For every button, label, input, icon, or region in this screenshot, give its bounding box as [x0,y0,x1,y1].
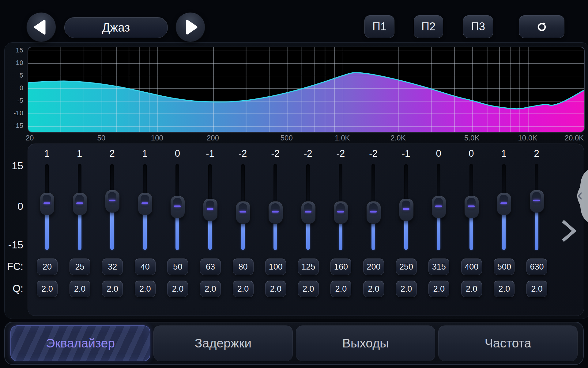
band-q-button[interactable]: 2.0 [330,281,351,297]
tab-delays[interactable]: Задержки [153,325,293,361]
band-fc-value: 32 [108,262,117,272]
band-q-button[interactable]: 2.0 [135,281,156,297]
eq-response-curve [28,47,584,132]
band-q-button[interactable]: 2.0 [363,281,384,297]
y-tick-label: -10 [0,109,23,117]
band-gain-value: -1 [200,148,220,159]
band-q-button[interactable]: 2.0 [494,281,514,297]
slider-thumb[interactable] [268,201,283,224]
slider-thumb[interactable] [497,193,511,215]
band-gain-slider[interactable] [265,162,285,251]
preset-slot-1-button[interactable]: П1 [364,15,394,38]
band-fc-button[interactable]: 500 [494,259,514,275]
slider-thumb[interactable] [170,196,185,218]
band-fc-button[interactable]: 315 [428,259,449,275]
band-gain-slider[interactable] [200,162,220,251]
preset-prev-button[interactable] [26,12,56,42]
band-gain-value: 0 [167,148,187,159]
slider-thumb[interactable] [40,193,55,215]
slider-thumb[interactable] [301,201,316,224]
slider-thumb-inset [239,203,247,217]
slider-thumb[interactable] [530,190,544,213]
band-fc-button[interactable]: 63 [200,259,221,275]
preset-slot-3-button[interactable]: П3 [463,15,493,38]
band-gain-slider[interactable] [102,162,122,251]
band-gain-slider[interactable] [494,162,514,251]
band-fc-button[interactable]: 630 [526,259,547,275]
slider-thumb[interactable] [432,196,446,218]
band-gain-slider[interactable] [298,162,318,251]
preset-name-label: Джаз [102,21,130,34]
slider-thumb[interactable] [366,201,381,224]
band-fc-value: 250 [399,262,413,272]
slider-thumb[interactable] [73,193,87,215]
band-fc-button[interactable]: 25 [70,259,90,275]
band-q-button[interactable]: 2.0 [396,281,417,297]
tab-frequency[interactable]: Частота [438,325,578,361]
slider-thumb[interactable] [464,196,479,218]
band-q-value: 2.0 [466,284,477,294]
band-gain-slider[interactable] [167,162,187,251]
slider-scale-min-label: -15 [0,239,23,251]
band-gain-slider[interactable] [363,162,383,251]
side-drawer-handle[interactable] [571,169,588,223]
slider-thumb-inset [173,198,182,212]
slider-thumb[interactable] [334,201,348,224]
band-q-button[interactable]: 2.0 [298,281,319,297]
reset-button[interactable] [519,15,564,38]
band-q-button[interactable]: 2.0 [233,281,254,297]
band-fc-button[interactable]: 32 [102,259,123,275]
tab-equalizer[interactable]: Эквалайзер [10,325,150,361]
band-fc-button[interactable]: 80 [233,259,254,275]
band-fc-button[interactable]: 125 [298,259,319,275]
slider-thumb[interactable] [236,201,251,224]
band-gain-slider[interactable] [461,162,481,251]
tab-outputs[interactable]: Выходы [296,325,435,361]
band-q-value: 2.0 [401,284,412,294]
band-fc-value: 125 [301,262,315,272]
band-q-value: 2.0 [368,284,379,294]
slider-thumb[interactable] [138,193,153,215]
next-bands-page-button[interactable] [560,219,577,243]
tab-label: Выходы [342,336,389,351]
preset-next-button[interactable] [175,12,205,42]
slider-thumb[interactable] [399,198,414,221]
band-gain-slider[interactable] [70,162,90,251]
band-gain-slider[interactable] [135,162,155,251]
band-fc-button[interactable]: 400 [461,259,482,275]
band-fc-button[interactable]: 50 [167,259,188,275]
band-gain-slider[interactable] [428,162,449,251]
band-gain-slider[interactable] [233,162,253,251]
band-q-value: 2.0 [172,284,184,294]
band-q-button[interactable]: 2.0 [461,281,482,297]
band-fc-button[interactable]: 200 [363,259,384,275]
band-fc-button[interactable]: 250 [396,259,417,275]
band-q-button[interactable]: 2.0 [102,281,123,297]
band-column: 2 630 2.0 [526,144,547,316]
band-q-button[interactable]: 2.0 [70,281,90,297]
band-gain-slider[interactable] [330,162,351,251]
band-q-button[interactable]: 2.0 [428,281,449,297]
band-q-button[interactable]: 2.0 [265,281,286,297]
band-column: -2 200 2.0 [363,144,383,316]
slider-thumb[interactable] [203,198,218,221]
drawer-wave-shape [571,169,588,223]
band-gain-value: -2 [233,148,253,159]
preset-slot-2-button[interactable]: П2 [414,15,443,38]
band-fc-button[interactable]: 40 [135,259,156,275]
preset-name-display[interactable]: Джаз [64,17,168,38]
band-gain-slider[interactable] [526,162,547,251]
band-fc-value: 630 [530,262,544,272]
band-gain-slider[interactable] [396,162,416,251]
band-fc-button[interactable]: 160 [330,259,351,275]
band-q-button[interactable]: 2.0 [200,281,221,297]
band-q-button[interactable]: 2.0 [37,281,58,297]
band-fc-button[interactable]: 100 [265,259,286,275]
band-fc-button[interactable]: 20 [37,259,58,275]
band-q-button[interactable]: 2.0 [526,281,547,297]
band-q-button[interactable]: 2.0 [167,281,188,297]
band-fc-value: 25 [75,262,85,272]
band-gain-slider[interactable] [37,162,57,251]
slider-thumb[interactable] [105,190,120,213]
band-q-value: 2.0 [335,284,347,294]
